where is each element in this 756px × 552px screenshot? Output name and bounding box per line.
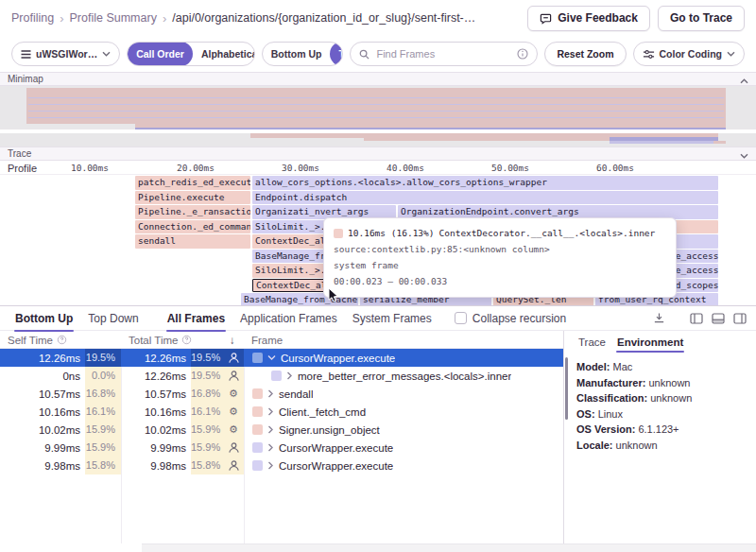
download-icon[interactable] [653, 312, 665, 324]
breadcrumb-item-profile-summary[interactable]: Profile Summary [70, 11, 157, 25]
sort-option-alphabetical[interactable]: Alphabetical [193, 42, 255, 66]
flamegraph-canvas[interactable]: 10.16ms (16.13%) ContextDecorator.__call… [0, 175, 756, 305]
find-frames-search [350, 42, 538, 66]
chevron-up-icon[interactable] [740, 76, 748, 86]
find-frames-input[interactable] [374, 47, 512, 60]
question-icon [57, 335, 67, 345]
go-to-trace-label: Go to Trace [670, 11, 732, 25]
flame-frame[interactable]: ContextDec_als>.i [252, 234, 326, 249]
flame-frame[interactable] [673, 220, 718, 234]
minimap-canvas[interactable] [0, 86, 756, 147]
chevron-right-icon[interactable] [267, 407, 274, 416]
env-field-classification: Classification: unknown [576, 390, 745, 406]
sort-option-call-order[interactable]: Call Order [128, 42, 193, 66]
layout-right-icon[interactable] [733, 313, 747, 324]
self-time-percent: 15.8% [85, 457, 121, 474]
chevron-down-icon[interactable] [740, 150, 748, 161]
reset-zoom-button[interactable]: Reset Zoom [544, 42, 626, 66]
direction-option-top-down[interactable]: Top Down [330, 42, 343, 66]
details-tab-environment[interactable]: Environment [611, 331, 689, 353]
self-time-value: 10.16ms [0, 406, 85, 418]
flame-frame[interactable]: sendall [135, 234, 250, 249]
go-to-trace-button[interactable]: Go to Trace [658, 6, 745, 31]
chevron-down-icon[interactable] [267, 354, 276, 361]
layout-left-icon[interactable] [690, 313, 703, 324]
collapse-recursion-checkbox[interactable]: Collapse recursion [455, 312, 566, 325]
env-field-label: OS Version: [576, 423, 638, 435]
give-feedback-button[interactable]: Give Feedback [527, 6, 650, 31]
thread-selector-dropdown[interactable]: uWSGIWor… [11, 42, 120, 66]
direction-segmented-control: Bottom UpTop Down [262, 42, 344, 66]
tab-system-frames[interactable]: System Frames [345, 306, 439, 331]
frame-tooltip: 10.16ms (16.13%) ContextDecorator.__call… [323, 217, 677, 298]
direction-option-bottom-up[interactable]: Bottom Up [263, 42, 331, 66]
details-tab-trace[interactable]: Trace [573, 331, 611, 353]
breadcrumb-item-profiling[interactable]: Profiling [11, 11, 54, 25]
frame-color-swatch [252, 388, 263, 399]
tab-bottom-up[interactable]: Bottom Up [8, 306, 80, 331]
frame-table-row[interactable]: 10.16ms16.1%10.16ms16.1%⚙Client._fetch_c… [0, 403, 563, 421]
trace-header: Trace [0, 147, 756, 161]
chevron-right-icon[interactable] [286, 371, 293, 380]
tab-application-frames[interactable]: Application Frames [232, 306, 345, 331]
frame-name-cell: Client._fetch_cmd [244, 406, 563, 418]
flame-frame[interactable]: patch_redis_ed_execute [135, 176, 250, 190]
horizontal-scrollbar[interactable] [142, 543, 756, 552]
minimap-title: Minimap [8, 74, 43, 84]
tooltip-color-swatch [334, 229, 343, 238]
minimap-block [28, 111, 724, 112]
sort-direction-icon[interactable]: ↓ [230, 331, 235, 349]
frame-name: CursorWrapper.execute [279, 460, 393, 472]
flame-frame[interactable] [673, 234, 718, 249]
flame-frame[interactable]: Endpoint.dispatch [252, 191, 718, 205]
flame-frame[interactable]: allow_cors_options.<locals>.allow_cors_o… [252, 176, 718, 190]
minimap-header: Minimap [0, 72, 756, 86]
tab-top-down[interactable]: Top Down [80, 306, 146, 331]
self-time-percent: 16.8% [85, 385, 121, 403]
flame-frame[interactable]: SiloLimit._>.over [252, 220, 326, 234]
breadcrumb-item--api-0-organizations[interactable]: /api/0/organizations/{organization_id_or… [172, 11, 475, 25]
color-coding-dropdown[interactable]: Color Coding [633, 42, 746, 66]
sorting-segmented-control: Call OrderAlphabeticalLeft Heavy [127, 42, 255, 66]
chevron-right-icon[interactable] [267, 389, 274, 398]
self-time-value: 9.99ms [0, 442, 85, 454]
env-field-value: unknown [616, 440, 658, 451]
checkbox-box[interactable] [455, 312, 467, 324]
frame-table: Self Time Total Time ↓ Frame 12.26ms19.5… [0, 331, 564, 552]
tab-all-frames[interactable]: All Frames [160, 306, 232, 331]
total-time-percent: 15.8% [191, 457, 223, 474]
chevron-right-icon[interactable] [267, 443, 274, 452]
frame-table-row[interactable]: 0ns0.0%12.26ms19.5%more_better_error_mes… [0, 367, 563, 385]
self-time-value: 9.98ms [0, 460, 85, 472]
collapse-recursion-label: Collapse recursion [472, 312, 566, 325]
tooltip-frame-kind: system frame [334, 257, 666, 273]
frame-table-row[interactable]: 12.26ms19.5%12.26ms19.5%CursorWrapper.ex… [0, 349, 563, 367]
flame-frame[interactable]: Pipeline._e_ransaction [135, 205, 250, 219]
flame-frame[interactable]: Connection._ed_command [135, 220, 250, 234]
flame-frame[interactable]: SiloLimit._>.over [252, 264, 326, 278]
layout-bottom-icon[interactable] [712, 313, 725, 324]
chevron-right-icon[interactable] [267, 461, 274, 470]
frame-table-row[interactable]: 9.99ms15.9%9.99ms15.9%CursorWrapper.exec… [0, 439, 563, 457]
profile-label: Profile [8, 163, 37, 174]
frame-table-row[interactable]: 9.98ms15.8%9.98ms15.8%CursorWrapper.exec… [0, 457, 563, 474]
chevron-right-icon[interactable] [267, 425, 274, 434]
total-time-header[interactable]: Total Time [129, 331, 192, 349]
total-time-percent: 19.5% [191, 349, 223, 367]
feedback-icon [540, 12, 552, 25]
time-tick: 30.00ms [282, 163, 319, 173]
flame-frame[interactable]: Pipeline.execute [135, 191, 250, 205]
frame-table-row[interactable]: 10.02ms15.9%10.02ms15.9%⚙Signer.unsign_o… [0, 421, 563, 439]
frame-table-row[interactable]: 10.57ms16.8%10.57ms16.8%⚙sendall [0, 385, 563, 403]
env-field-label: Locale: [576, 440, 616, 451]
scrollbar-thumb[interactable] [565, 357, 568, 420]
self-time-header[interactable]: Self Time [8, 331, 67, 349]
trace-title: Trace [8, 148, 31, 159]
frame-color-swatch [252, 353, 263, 363]
minimap-block [713, 141, 726, 144]
frame-color-swatch [271, 371, 282, 381]
flame-frame[interactable]: BaseManage_from_c [252, 250, 326, 264]
total-time-percent: 15.9% [191, 421, 223, 439]
total-time-value: 10.16ms [121, 406, 191, 418]
time-tick: 60.00ms [596, 163, 634, 173]
